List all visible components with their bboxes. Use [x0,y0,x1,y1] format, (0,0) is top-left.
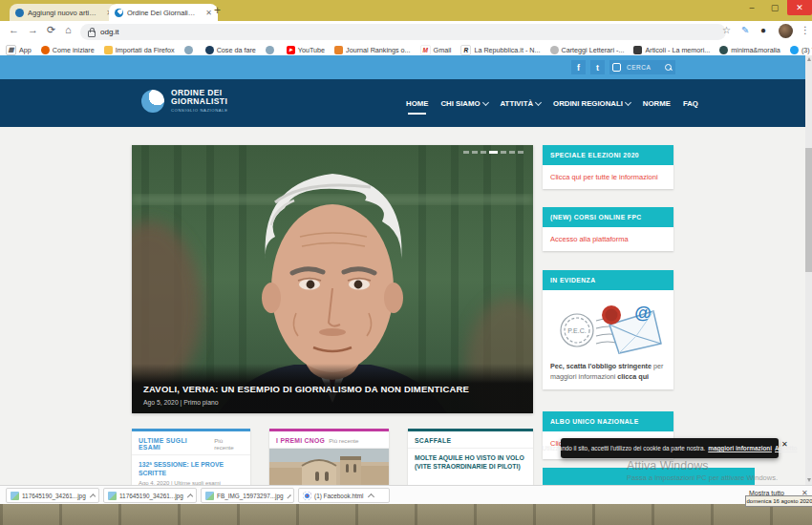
nav-attivita[interactable]: ATTIVITÀ [501,99,542,108]
search-icon [665,64,672,71]
hero-slider[interactable]: ZAVOLI, VERNA: UN ESEMPIO DI GIORNALISMO… [132,145,533,413]
tab-strip: Aggiungi nuovo articolo - Day Ita ✕ Ordi… [0,0,812,21]
widget-link[interactable]: Accesso alla piattaforma [550,235,629,243]
chevron-up-icon[interactable] [367,493,374,499]
search-button[interactable] [661,60,675,74]
address-bar[interactable]: odg.it [80,24,726,40]
repubblica-icon: R [460,45,471,55]
tab-close-icon[interactable]: ✕ [205,9,212,17]
bookmark-item[interactable]: MGmail [420,45,452,55]
minima-moralia-icon [719,46,728,54]
scrollbar-up-arrow[interactable] [807,57,811,61]
bookmark-item[interactable]: ▦App [6,45,32,55]
profile-avatar[interactable] [779,24,793,38]
bookmark-star-icon[interactable]: ☆ [722,25,731,35]
window-close-button[interactable]: ✕ [787,0,812,15]
bookmark-item[interactable]: minima&moralia [719,46,780,54]
globe-icon [266,46,274,54]
download-item[interactable]: 117645190_34261...jpg [103,488,197,503]
browser-tab-inactive[interactable]: Aggiungi nuovo articolo - Day Ita ✕ [10,4,118,21]
widget-link[interactable]: clicca qui [617,372,649,381]
article-link[interactable]: 132ª SESSIONE: LE PROVE SCRITTE [132,455,250,478]
card-title[interactable]: SCAFFALE [415,437,451,444]
home-icon[interactable]: ⌂ [65,25,72,35]
card-ultime-esami: ULTIME SUGLI ESAMIPiù recente 132ª SESSI… [132,429,250,488]
card-title[interactable]: ULTIME SUGLI ESAMI [139,437,210,451]
cookie-text: Utilizzando il sito, accetti l'utilizzo … [543,445,706,452]
bookmark-item[interactable]: Cose da fare [205,46,256,54]
back-icon[interactable]: ← [9,25,19,35]
card-filter[interactable]: Più recente [214,437,244,451]
forward-icon[interactable]: → [28,25,38,35]
bookmark-item[interactable]: Articoli - La memori... [633,46,710,54]
site-logo[interactable]: ORDINE DEI GIORNALISTI CONSIGLIO NAZIONA… [141,89,228,113]
browser-tab-active[interactable]: Ordine Dei Giornalisti - Consiglio ✕ [109,4,218,21]
bookmark-item[interactable]: Journal Rankings o... [334,46,411,54]
facebook-icon[interactable]: f [571,60,586,74]
youtube-icon: ▸ [287,46,295,54]
svg-text:P.E.C.: P.E.C. [567,327,586,334]
tab-title: Aggiungi nuovo articolo - Day Ita [28,9,98,17]
bookmark-item[interactable]: Carteggi Letterari -... [550,46,625,54]
chrome-file-icon [303,492,311,500]
search-input[interactable]: CERCA [621,60,665,74]
article-thumbnail[interactable] [269,449,389,487]
nav-norme[interactable]: NORME [643,99,671,108]
window-maximize-button[interactable]: ▢ [764,0,785,15]
chevron-down-icon [482,98,489,105]
hero-title[interactable]: ZAVOLI, VERNA: UN ESEMPIO DI GIORNALISMO… [143,384,469,394]
card-filter[interactable]: Più recente [329,437,358,444]
scrollbar-down-arrow[interactable] [807,478,811,482]
journal-icon [334,46,343,54]
site-icon [633,46,642,54]
download-item[interactable]: FB_IMG_15973297...jpg [201,488,294,503]
widget-in-evidenza: IN EVIDENZA P.E.C. @ Pec, scatta l'ob [543,270,673,389]
twitter-icon[interactable]: t [590,60,605,74]
card-scaffale: SCAFFALE MOLTE AQUILE HO VISTO IN VOLO (… [408,429,533,488]
bookmark-item[interactable]: ▸YouTube [287,46,325,54]
window-minimize-button[interactable]: – [741,0,762,15]
cookie-close-icon[interactable]: ✕ [781,440,788,449]
gmail-icon: M [420,45,431,55]
cookie-more-info-link[interactable]: maggiori informazioni [708,445,772,452]
widget-speciale-elezioni: SPECIALE ELEZIONI 2020 Clicca qui per tu… [543,145,673,189]
nav-faq[interactable]: FAQ [683,99,698,108]
article-link[interactable]: MOLTE AQUILE HO VISTO IN VOLO (VITE STRA… [408,449,533,472]
firefox-icon [41,46,50,54]
extension-feather-icon[interactable]: ✎ [741,25,749,35]
date-tooltip: domenica 16 agosto 2020 [745,495,812,507]
extension-icon[interactable]: ● [760,25,766,35]
taskbar [0,504,812,525]
browser-menu-icon[interactable]: ⋮ [801,25,810,35]
bookmark-item[interactable] [266,46,277,54]
chevron-up-icon[interactable] [90,494,96,500]
download-item[interactable]: 117645190_34261...jpg [6,488,99,503]
bookmark-item[interactable] [184,46,196,54]
svg-text:@: @ [634,304,652,323]
screen: Aggiungi nuovo articolo - Day Ita ✕ Ordi… [0,0,812,525]
bookmark-item[interactable]: Come iniziare [41,46,95,54]
card-premi-cnog: I PREMI CNOGPiù recente [269,429,389,488]
chevron-up-icon[interactable] [287,494,290,498]
logo-line2: GIORNALISTI [171,97,228,106]
nav-home[interactable]: HOME [406,99,428,108]
bookmark-item[interactable]: RLa Repubblica.it - N... [460,45,540,55]
sidebar-next-widget-band [543,468,755,485]
carousel-indicators[interactable] [463,151,524,154]
url-text: odg.it [100,28,119,36]
bookmark-item[interactable]: Importati da Firefox [104,46,175,54]
download-item[interactable]: (1) Facebook.html [298,488,390,503]
cookie-banner: Utilizzando il sito, accetti l'utilizzo … [561,438,779,458]
chevron-up-icon[interactable] [187,494,194,500]
new-tab-button[interactable]: + [214,4,221,17]
widget-link[interactable]: Clicca qui per tutte le informazioni [550,173,658,181]
nav-ordini-regionali[interactable]: ORDINI REGIONALI [553,99,630,108]
card-title[interactable]: I PREMI CNOG [276,437,325,444]
image-file-icon [11,492,19,500]
scrollbar-thumb[interactable] [805,148,812,272]
bookmark-item[interactable]: (3) Twitter [790,46,812,54]
reload-icon[interactable]: ⟳ [47,25,55,35]
nav-chi-siamo[interactable]: CHI SIAMO [440,99,487,108]
odg-logo-icon [141,90,164,113]
twitter-icon [790,46,799,54]
